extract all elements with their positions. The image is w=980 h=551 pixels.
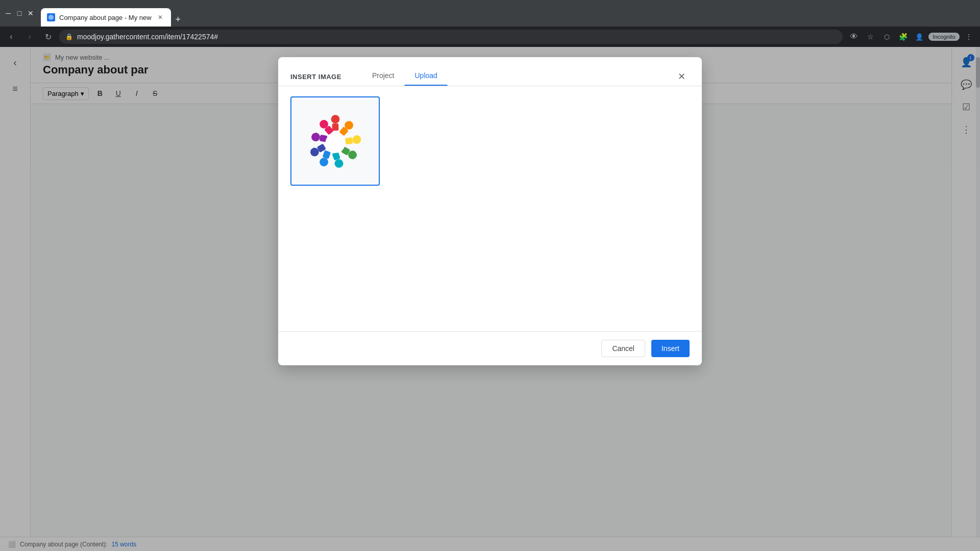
insert-image-modal: INSERT IMAGE Project Upload ✕: [278, 57, 702, 365]
back-button[interactable]: ‹: [4, 30, 18, 44]
modal-close-button[interactable]: ✕: [673, 68, 690, 85]
tab-title: Company about page - My new: [59, 14, 152, 21]
tab-bar: Company about page - My new ✕ +: [41, 0, 976, 27]
close-window-button[interactable]: ✕: [27, 9, 35, 17]
active-tab[interactable]: Company about page - My new ✕: [41, 8, 171, 27]
window-controls: ─ □ ✕: [4, 9, 35, 17]
svg-rect-6: [345, 137, 353, 144]
profile-icon[interactable]: 👤: [912, 30, 926, 44]
puzzle-icon[interactable]: 🧩: [896, 30, 910, 44]
lock-icon: 🔒: [65, 33, 73, 40]
cancel-button[interactable]: Cancel: [601, 340, 645, 357]
team-image: [300, 106, 371, 177]
tab-upload[interactable]: Upload: [404, 67, 447, 86]
tab-close-button[interactable]: ✕: [156, 13, 165, 22]
svg-point-19: [325, 133, 345, 153]
maximize-button[interactable]: □: [15, 9, 23, 17]
modal-header: INSERT IMAGE Project Upload ✕: [278, 57, 702, 86]
modal-body: [278, 86, 702, 331]
incognito-badge: Incognito: [928, 33, 960, 41]
more-icon[interactable]: ⋮: [962, 30, 976, 44]
svg-point-5: [352, 134, 361, 144]
svg-point-1: [331, 115, 339, 123]
extensions-icon[interactable]: ⬡: [879, 30, 894, 44]
svg-point-15: [310, 132, 320, 141]
forward-button[interactable]: ›: [22, 30, 37, 44]
modal-footer: Cancel Insert: [278, 331, 702, 365]
browser-actions: 👁 ☆ ⬡ 🧩 👤 Incognito ⋮: [847, 30, 976, 44]
image-thumbnail[interactable]: [290, 96, 380, 186]
page-content: ‹ ≡ 📁 My new website ... Company about p…: [0, 47, 980, 551]
tab-project[interactable]: Project: [362, 67, 405, 86]
reload-button[interactable]: ↻: [41, 30, 55, 44]
tab-favicon: [47, 13, 55, 21]
browser-tab-bar: ─ □ ✕ Company about page - My new ✕ +: [0, 0, 980, 27]
eye-off-icon[interactable]: 👁: [847, 30, 861, 44]
address-bar[interactable]: 🔒 moodjoy.gathercontent.com/item/1742257…: [59, 30, 843, 44]
url-text: moodjoy.gathercontent.com/item/17422574#: [77, 33, 837, 41]
modal-overlay: INSERT IMAGE Project Upload ✕: [0, 47, 980, 551]
image-grid: [290, 96, 690, 186]
svg-rect-2: [332, 123, 338, 131]
minimize-button[interactable]: ─: [4, 9, 12, 17]
bookmark-icon[interactable]: ☆: [863, 30, 877, 44]
svg-point-0: [48, 15, 54, 20]
omnibar-row: ‹ › ↻ 🔒 moodjoy.gathercontent.com/item/1…: [0, 27, 980, 47]
new-tab-button[interactable]: +: [171, 12, 185, 27]
modal-title: INSERT IMAGE: [290, 73, 341, 81]
insert-button[interactable]: Insert: [651, 340, 690, 357]
modal-tabs: Project Upload: [362, 67, 653, 86]
